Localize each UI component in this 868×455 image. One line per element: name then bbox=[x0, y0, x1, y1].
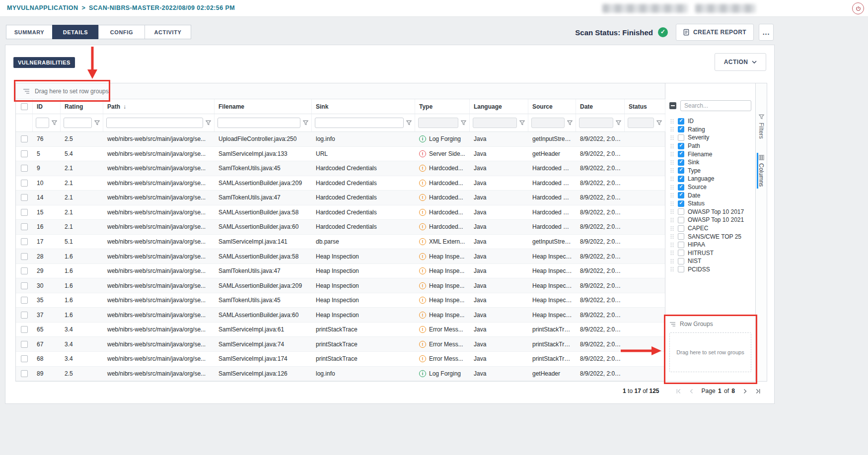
column-toggle-item[interactable]: Language bbox=[665, 175, 755, 183]
filter-input-path[interactable] bbox=[106, 118, 203, 128]
table-row[interactable]: 35 1.6 web/nibrs-web/src/main/java/org/s… bbox=[16, 293, 665, 308]
column-toggle-item[interactable]: Source bbox=[665, 183, 755, 192]
row-checkbox[interactable] bbox=[21, 253, 28, 260]
table-row[interactable]: 89 2.5 web/nibrs-web/src/main/java/org/s… bbox=[16, 367, 665, 382]
column-checkbox[interactable] bbox=[678, 266, 684, 272]
filter-input-date[interactable] bbox=[579, 118, 613, 128]
column-checkbox[interactable] bbox=[678, 151, 684, 157]
drag-grip-icon[interactable] bbox=[670, 226, 674, 231]
column-checkbox[interactable] bbox=[678, 167, 684, 174]
tab-activity[interactable]: ACTIVITY bbox=[145, 25, 191, 39]
column-toggle-item[interactable]: Rating bbox=[665, 126, 755, 134]
row-checkbox[interactable] bbox=[21, 238, 28, 245]
table-row[interactable]: 15 2.1 web/nibrs-web/src/main/java/org/s… bbox=[16, 205, 665, 220]
column-toggle-item[interactable]: HIPAA bbox=[665, 241, 755, 249]
table-row[interactable]: 68 3.4 web/nibrs-web/src/main/java/org/s… bbox=[16, 352, 665, 367]
last-page-button[interactable] bbox=[755, 388, 761, 394]
column-checkbox[interactable] bbox=[678, 258, 684, 264]
filter-funnel-icon[interactable] bbox=[52, 120, 57, 126]
filter-funnel-icon[interactable] bbox=[567, 120, 573, 126]
column-header-type[interactable]: Type bbox=[415, 99, 470, 114]
column-toggle-item[interactable]: Type bbox=[665, 167, 755, 175]
drag-grip-icon[interactable] bbox=[670, 250, 674, 256]
filter-input-status[interactable] bbox=[628, 118, 654, 128]
previous-page-button[interactable] bbox=[688, 388, 695, 394]
drag-grip-icon[interactable] bbox=[670, 201, 674, 206]
filter-funnel-icon[interactable] bbox=[406, 120, 412, 126]
table-row[interactable]: 9 2.1 web/nibrs-web/src/main/java/org/se… bbox=[16, 161, 665, 176]
row-checkbox[interactable] bbox=[21, 282, 28, 289]
logout-power-button[interactable] bbox=[852, 2, 864, 14]
column-checkbox[interactable] bbox=[678, 159, 684, 166]
action-button[interactable]: ACTION bbox=[715, 53, 766, 71]
first-page-button[interactable] bbox=[675, 388, 682, 394]
column-checkbox[interactable] bbox=[678, 233, 684, 240]
drag-grip-icon[interactable] bbox=[670, 168, 674, 173]
more-options-button[interactable]: ... bbox=[759, 24, 774, 41]
create-report-button[interactable]: CREATE REPORT bbox=[676, 24, 754, 41]
column-toggle-item[interactable]: Path bbox=[665, 142, 755, 150]
column-toggle-item[interactable]: ID bbox=[665, 117, 755, 126]
column-toggle-item[interactable]: Status bbox=[665, 199, 755, 208]
column-header-path[interactable]: Path↓ bbox=[103, 99, 215, 114]
row-checkbox[interactable] bbox=[21, 209, 28, 216]
filter-funnel-icon[interactable] bbox=[94, 120, 100, 126]
row-checkbox[interactable] bbox=[21, 312, 28, 319]
tab-summary[interactable]: SUMMARY bbox=[6, 25, 53, 39]
column-checkbox[interactable] bbox=[678, 143, 684, 149]
table-row[interactable]: 16 2.1 web/nibrs-web/src/main/java/org/s… bbox=[16, 220, 665, 235]
column-header-sink[interactable]: Sink bbox=[312, 99, 415, 114]
row-checkbox[interactable] bbox=[21, 194, 28, 201]
tab-details[interactable]: DETAILS bbox=[52, 25, 99, 39]
row-checkbox[interactable] bbox=[21, 267, 28, 274]
filter-input-filename[interactable] bbox=[217, 118, 300, 128]
drag-grip-icon[interactable] bbox=[670, 217, 674, 223]
row-checkbox[interactable] bbox=[21, 150, 28, 157]
drag-grip-icon[interactable] bbox=[670, 266, 674, 272]
row-checkbox[interactable] bbox=[21, 326, 28, 333]
filter-input-type[interactable] bbox=[418, 118, 458, 128]
drag-grip-icon[interactable] bbox=[670, 209, 674, 214]
column-toggle-item[interactable]: Date bbox=[665, 191, 755, 199]
row-checkbox[interactable] bbox=[21, 165, 28, 172]
select-all-checkbox[interactable] bbox=[21, 103, 28, 110]
drag-grip-icon[interactable] bbox=[670, 185, 674, 190]
column-header-rating[interactable]: Rating bbox=[61, 99, 103, 114]
row-checkbox[interactable] bbox=[21, 341, 28, 348]
column-header-source[interactable]: Source bbox=[528, 99, 576, 114]
column-header-date[interactable]: Date bbox=[576, 99, 625, 114]
filter-funnel-icon[interactable] bbox=[616, 120, 621, 126]
next-page-button[interactable] bbox=[742, 388, 748, 394]
column-header-filename[interactable]: Filename bbox=[215, 99, 312, 114]
drag-grip-icon[interactable] bbox=[670, 176, 674, 182]
column-checkbox[interactable] bbox=[678, 250, 684, 256]
filters-panel-tab[interactable]: Filters bbox=[757, 112, 766, 141]
column-toggle-item[interactable]: PCIDSS bbox=[665, 265, 755, 274]
column-checkbox[interactable] bbox=[678, 217, 684, 223]
column-checkbox[interactable] bbox=[678, 242, 684, 248]
column-checkbox[interactable] bbox=[678, 118, 684, 125]
table-row[interactable]: 14 2.1 web/nibrs-web/src/main/java/org/s… bbox=[16, 191, 665, 205]
filter-funnel-icon[interactable] bbox=[206, 120, 211, 126]
toggle-all-columns-checkbox[interactable] bbox=[669, 102, 676, 109]
drag-grip-icon[interactable] bbox=[670, 151, 674, 157]
column-header-language[interactable]: Language bbox=[470, 99, 528, 114]
column-header-id[interactable]: ID bbox=[33, 99, 61, 114]
filter-input-language[interactable] bbox=[473, 118, 517, 128]
column-toggle-item[interactable]: Sink bbox=[665, 158, 755, 167]
table-row[interactable]: 76 2.5 web/nibrs-web/src/main/java/org/s… bbox=[16, 132, 665, 147]
row-checkbox[interactable] bbox=[21, 297, 28, 304]
filter-input-sink[interactable] bbox=[315, 118, 404, 128]
column-checkbox[interactable] bbox=[678, 134, 684, 141]
drag-grip-icon[interactable] bbox=[670, 135, 674, 140]
table-row[interactable]: 29 1.6 web/nibrs-web/src/main/java/org/s… bbox=[16, 264, 665, 279]
drag-grip-icon[interactable] bbox=[670, 242, 674, 248]
column-toggle-item[interactable]: Filename bbox=[665, 150, 755, 158]
filter-funnel-icon[interactable] bbox=[519, 120, 525, 126]
table-row[interactable]: 28 1.6 web/nibrs-web/src/main/java/org/s… bbox=[16, 249, 665, 264]
table-row[interactable]: 65 3.4 web/nibrs-web/src/main/java/org/s… bbox=[16, 323, 665, 337]
table-row[interactable]: 5 5.4 web/nibrs-web/src/main/java/org/se… bbox=[16, 147, 665, 162]
column-checkbox[interactable] bbox=[678, 184, 684, 191]
column-toggle-item[interactable]: OWASP Top 10 2017 bbox=[665, 208, 755, 216]
drag-grip-icon[interactable] bbox=[670, 234, 674, 239]
